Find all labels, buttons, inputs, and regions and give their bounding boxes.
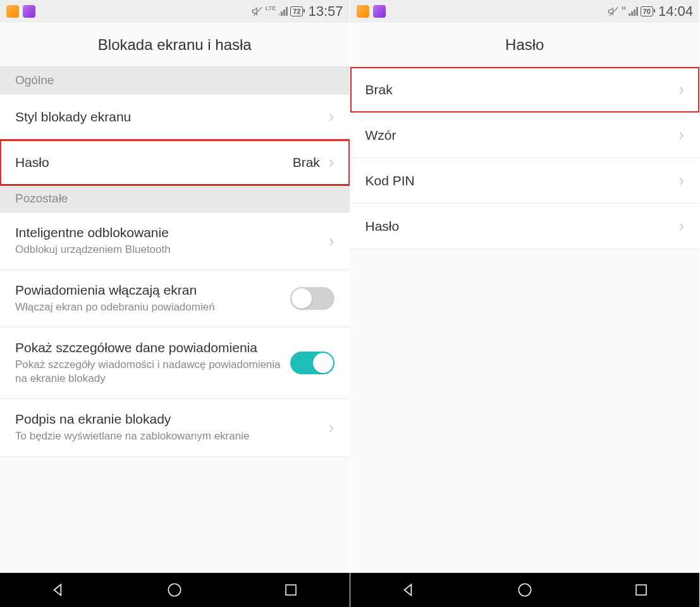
notif-icon-1 [6,5,19,18]
row-subtitle: Odblokuj urządzeniem Bluetooth [15,243,329,257]
row-notif-screen: Powiadomienia włączają ekran Włączaj ekr… [0,270,350,328]
mute-icon [252,6,263,17]
clock: 14:04 [658,3,693,20]
svg-rect-2 [286,585,296,595]
recent-button[interactable] [272,580,310,599]
home-button[interactable] [156,580,193,599]
clock: 13:57 [308,3,343,20]
row-label: Pokaż szczegółowe dane powiadomienia [15,340,290,355]
chevron-right-icon: › [329,107,335,126]
battery-icon: 72 [290,6,303,16]
notif-icon-2 [23,5,35,18]
row-pin[interactable]: Kod PIN › [350,158,700,204]
row-label: Brak [365,82,679,97]
row-smart-unlock[interactable]: Inteligentne odblokowanie Odblokuj urząd… [0,212,350,270]
recent-button[interactable] [622,580,660,599]
row-pattern[interactable]: Wzór › [350,113,700,158]
row-label: Hasło [15,155,293,170]
network-type: H [622,5,626,11]
row-label: Hasło [365,219,679,234]
row-password[interactable]: Hasło Brak › [0,140,350,185]
row-label: Inteligentne odblokowanie [15,225,329,240]
row-subtitle: Włączaj ekran po odebraniu powiadomień [15,300,290,314]
notif-icon-1 [357,5,369,18]
row-lock-signature[interactable]: Podpis na ekranie blokady To będzie wyśw… [0,399,350,457]
content-area[interactable]: Ogólne Styl blokady ekranu › Hasło Brak … [0,67,350,573]
section-other: Pozostałe [0,185,350,212]
chevron-right-icon: › [679,216,684,236]
phone-left: LTE 72 13:57 Blokada ekranu i hasła Ogól… [0,0,350,607]
mute-icon [608,6,619,17]
row-none[interactable]: Brak › [350,67,700,113]
signal-bars-icon [278,7,288,16]
status-bar: H 70 14:04 [350,0,700,23]
network-type: LTE [266,5,276,11]
row-notif-detail: Pokaż szczegółowe dane powiadomienia Pok… [0,328,350,399]
row-value: Brak [293,155,320,170]
nav-bar [350,573,700,607]
row-subtitle: Pokaż szczegóły wiadomości i nadawcę pow… [15,358,290,386]
section-general: Ogólne [0,67,350,94]
notif-icon-2 [373,5,386,18]
chevron-right-icon: › [679,125,684,145]
row-label: Powiadomienia włączają ekran [15,283,290,298]
chevron-right-icon: › [679,80,684,99]
home-button[interactable] [506,580,544,599]
signal-bars-icon [629,7,638,16]
svg-point-1 [168,584,181,596]
chevron-right-icon: › [329,152,335,172]
row-label: Kod PIN [365,173,679,188]
back-button[interactable] [390,580,427,599]
page-title: Hasło [505,36,544,54]
row-password-option[interactable]: Hasło › [350,204,700,249]
toggle-notif-screen[interactable] [290,287,335,310]
toggle-notif-detail[interactable] [290,352,335,374]
row-lock-style[interactable]: Styl blokady ekranu › [0,94,350,140]
screen-header: Hasło [350,23,700,67]
battery-icon: 70 [641,6,653,16]
chevron-right-icon: › [329,418,335,438]
chevron-right-icon: › [329,231,335,251]
nav-bar [0,573,350,607]
svg-line-0 [254,7,262,16]
chevron-right-icon: › [679,171,684,190]
row-subtitle: To będzie wyświetlane na zablokowanym ek… [15,429,329,443]
row-label: Styl blokady ekranu [15,109,329,125]
content-area[interactable]: Brak › Wzór › Kod PIN › Hasło › [350,67,700,573]
back-button[interactable] [39,580,77,599]
phone-right: H 70 14:04 Hasło Brak › Wzór › Kod PIN ›… [350,0,701,607]
row-label: Podpis na ekranie blokady [15,412,329,427]
svg-point-4 [519,584,531,596]
page-title: Blokada ekranu i hasła [98,36,252,54]
svg-rect-5 [636,585,646,595]
status-bar: LTE 72 13:57 [0,0,350,23]
svg-line-3 [610,7,618,16]
screen-header: Blokada ekranu i hasła [0,23,350,67]
row-label: Wzór [365,128,679,143]
